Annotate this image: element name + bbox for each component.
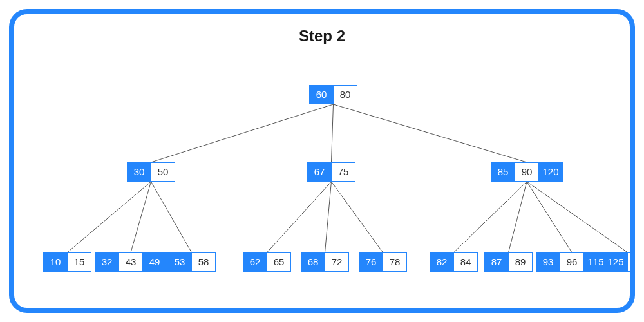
tree-node-key: 141 (628, 253, 635, 271)
tree-node-key: 76 (359, 253, 383, 271)
svg-line-10 (509, 182, 527, 252)
tree-node-key: 10 (44, 253, 68, 271)
tree-node-key: 67 (308, 163, 332, 181)
svg-line-12 (527, 182, 628, 252)
tree-node-key: 82 (430, 253, 454, 271)
tree-node-key: 84 (454, 253, 477, 271)
tree-node-key: 60 (310, 86, 334, 104)
svg-line-7 (325, 182, 332, 252)
tree-node: 125141 (603, 252, 635, 272)
tree-node-key: 72 (325, 253, 348, 271)
tree-node-key: 32 (95, 253, 119, 271)
tree-node: 5358 (167, 252, 216, 272)
tree-node: 6265 (243, 252, 291, 272)
tree-node-key: 75 (332, 163, 355, 181)
tree-node: 6080 (309, 85, 357, 104)
tree-node: 8590120 (491, 162, 563, 182)
tree-node-key: 125 (604, 253, 628, 271)
tree-node-key: 62 (243, 253, 267, 271)
tree-node: 324349 (95, 252, 167, 272)
tree-node: 3050 (127, 162, 175, 182)
tree-node-key: 89 (509, 253, 532, 271)
svg-line-11 (527, 182, 572, 252)
tree-node: 1015 (43, 252, 91, 272)
svg-line-8 (332, 182, 383, 252)
tree-node-key: 53 (168, 253, 192, 271)
tree-node: 8789 (484, 252, 533, 272)
tree-node-key: 43 (119, 253, 143, 271)
tree-node-key: 58 (192, 253, 215, 271)
svg-line-2 (334, 104, 527, 162)
tree-node: 9396115 (536, 252, 608, 272)
tree-node-key: 80 (334, 86, 357, 104)
svg-line-5 (151, 182, 192, 252)
tree-node-key: 15 (68, 253, 91, 271)
svg-line-4 (131, 182, 151, 252)
tree-node: 6775 (307, 162, 355, 182)
tree-node-key: 87 (485, 253, 509, 271)
tree-node-key: 68 (301, 253, 325, 271)
svg-line-9 (454, 182, 527, 252)
tree-node-key: 65 (267, 253, 290, 271)
tree-node: 8284 (430, 252, 478, 272)
diagram-card: Step 2 608030506775859012010153243495358… (9, 9, 635, 313)
tree-node-key: 90 (515, 163, 539, 181)
tree-node: 7678 (359, 252, 407, 272)
tree-node: 6872 (301, 252, 349, 272)
svg-line-0 (151, 104, 334, 162)
svg-line-1 (332, 104, 334, 162)
tree-node-key: 96 (560, 253, 584, 271)
svg-line-3 (68, 182, 151, 252)
tree-node-key: 120 (539, 163, 562, 181)
tree-node-key: 93 (536, 253, 560, 271)
tree-node-key: 50 (151, 163, 175, 181)
tree-node-key: 49 (143, 253, 166, 271)
tree-node-key: 78 (383, 253, 406, 271)
tree-node-key: 30 (128, 163, 151, 181)
tree-node-key: 85 (491, 163, 515, 181)
svg-line-6 (267, 182, 332, 252)
step-title: Step 2 (14, 27, 630, 45)
